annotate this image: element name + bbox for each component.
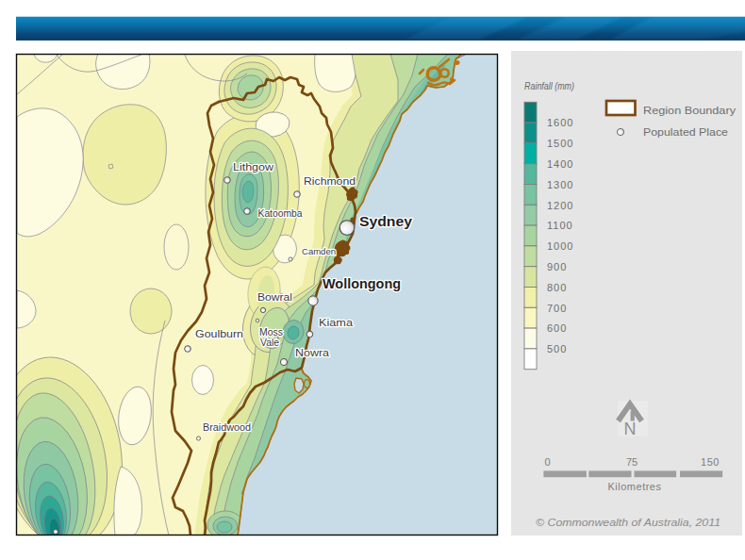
svg-text:Wollongong: Wollongong <box>323 275 401 291</box>
svg-text:0: 0 <box>544 456 550 468</box>
svg-text:1100: 1100 <box>547 220 573 231</box>
svg-text:800: 800 <box>547 282 567 293</box>
svg-text:Camden: Camden <box>302 246 336 256</box>
svg-text:Vale: Vale <box>260 338 279 348</box>
svg-text:Richmond: Richmond <box>304 175 356 187</box>
svg-text:1600: 1600 <box>547 117 573 128</box>
svg-text:600: 600 <box>547 322 567 334</box>
svg-text:Moss: Moss <box>259 327 283 338</box>
svg-text:1500: 1500 <box>547 138 573 149</box>
svg-text:Region Boundary: Region Boundary <box>643 105 737 116</box>
svg-text:Braidwood: Braidwood <box>203 422 251 433</box>
svg-text:Sydney: Sydney <box>359 213 413 229</box>
svg-text:N: N <box>624 420 637 438</box>
svg-text:1000: 1000 <box>547 240 573 252</box>
svg-text:500: 500 <box>547 343 567 354</box>
svg-text:Goulburn: Goulburn <box>195 328 243 339</box>
svg-text:700: 700 <box>547 303 567 314</box>
svg-text:1300: 1300 <box>547 179 573 190</box>
svg-text:1400: 1400 <box>547 158 573 170</box>
svg-text:Kilometres: Kilometres <box>608 481 662 492</box>
svg-text:900: 900 <box>547 261 567 272</box>
svg-text:Katoomba: Katoomba <box>258 207 304 219</box>
svg-text:© Commonwealth of Australia, 2: © Commonwealth of Australia, 2011 <box>536 517 720 528</box>
svg-text:Nowra: Nowra <box>295 347 330 358</box>
svg-text:1200: 1200 <box>547 200 573 211</box>
svg-text:75: 75 <box>626 456 637 468</box>
svg-text:Bowral: Bowral <box>257 291 292 303</box>
svg-text:Lithgow: Lithgow <box>233 161 274 173</box>
svg-text:Rainfall (mm): Rainfall (mm) <box>524 80 574 91</box>
svg-text:Populated Place: Populated Place <box>643 126 728 138</box>
svg-text:Kiama: Kiama <box>319 317 354 328</box>
svg-text:150: 150 <box>701 456 720 468</box>
